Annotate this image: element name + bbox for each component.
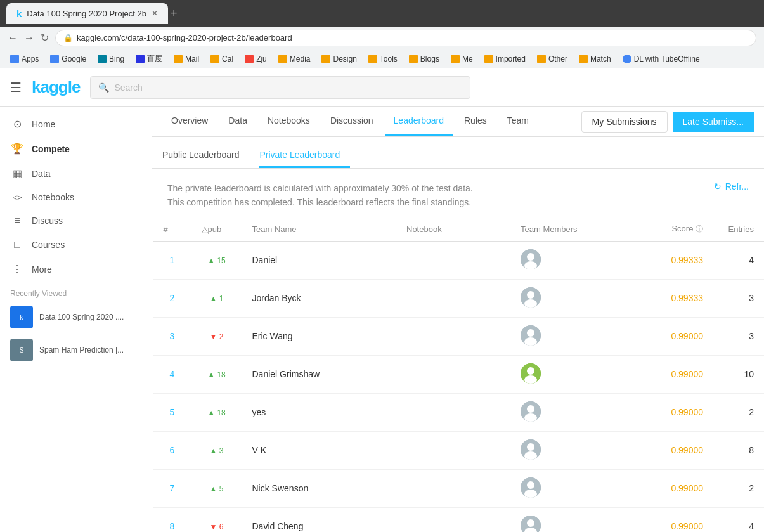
sidebar-item-courses[interactable]: □ Courses	[0, 233, 152, 257]
bookmark-cal[interactable]: Cal	[205, 53, 238, 65]
team-name-text[interactable]: Nick Swenson	[252, 483, 309, 493]
my-submissions-button[interactable]: My Submissions	[581, 111, 668, 133]
subtab-private[interactable]: Private Leaderboard	[259, 145, 350, 168]
new-tab-button[interactable]: +	[171, 7, 178, 20]
late-submission-button[interactable]: Late Submiss...	[673, 112, 754, 132]
team-name-text[interactable]: yes	[252, 407, 266, 417]
bookmark-design-label: Design	[333, 55, 356, 63]
bookmark-apps[interactable]: Apps	[5, 53, 44, 65]
cell-team-members	[510, 469, 637, 507]
avatar[interactable]	[521, 516, 541, 532]
rank-number: 1	[170, 255, 175, 265]
bookmark-baidu[interactable]: 百度	[131, 52, 167, 65]
subtab-public[interactable]: Public Leaderboard	[162, 145, 249, 168]
bookmark-tools[interactable]: Tools	[363, 53, 403, 65]
sidebar-item-courses-label: Courses	[32, 240, 65, 250]
refresh-button[interactable]: ↻ Refr...	[714, 181, 749, 191]
header-search[interactable]: 🔍 Search	[90, 76, 470, 99]
cell-entries: 8	[713, 431, 764, 469]
avatar[interactable]	[521, 325, 541, 346]
bookmark-blogs[interactable]: Blogs	[404, 53, 444, 65]
discuss-icon: ≡	[10, 215, 24, 226]
recently-viewed-item-0[interactable]: k Data 100 Spring 2020 ....	[0, 301, 152, 334]
bookmark-mail[interactable]: Mail	[169, 53, 204, 65]
cell-rank: 2	[153, 279, 191, 317]
sidebar-item-data-label: Data	[32, 169, 51, 179]
cell-score: 0.99000	[637, 393, 713, 431]
active-tab[interactable]: k Data 100 Spring 2020 Project 2b ✕	[6, 3, 168, 24]
sidebar-item-compete[interactable]: 🏆 Compete	[0, 136, 152, 161]
leaderboard-table: # △pub Team Name Notebook Team Members S…	[152, 217, 764, 532]
team-name-text[interactable]: Eric Wang	[252, 331, 293, 341]
cell-notebook	[396, 507, 510, 532]
svg-point-26	[527, 519, 534, 527]
back-button[interactable]: ←	[8, 32, 18, 44]
cell-team-members	[510, 507, 637, 532]
bookmark-dl[interactable]: DL with TubeOffline	[618, 53, 705, 65]
bookmark-apps-label: Apps	[22, 55, 39, 63]
search-icon: 🔍	[98, 82, 109, 93]
avatar[interactable]	[521, 439, 541, 460]
info-line-1: The private leaderboard is calculated wi…	[167, 181, 473, 195]
team-name-text[interactable]: V K	[252, 445, 267, 455]
tab-leaderboard[interactable]: Leaderboard	[385, 107, 453, 136]
bookmark-design[interactable]: Design	[316, 53, 361, 65]
cell-team-members	[510, 279, 637, 317]
avatar[interactable]	[521, 477, 541, 498]
sidebar-item-compete-label: Compete	[32, 144, 70, 154]
col-score: Score ⓘ	[637, 217, 713, 242]
avatar[interactable]	[521, 287, 541, 308]
app-layout: ⊙ Home 🏆 Compete ▦ Data <> Notebooks ≡ D…	[0, 107, 764, 532]
blogs-icon	[409, 55, 418, 63]
bookmark-bing[interactable]: Bing	[93, 53, 129, 65]
cell-delta: ▲ 15	[191, 241, 242, 279]
bookmark-match[interactable]: Match	[574, 53, 616, 65]
table-row: 3▼ 2Eric Wang0.990003	[153, 317, 765, 355]
reload-button[interactable]: ↻	[41, 32, 49, 44]
team-name-text[interactable]: Daniel Grimshaw	[252, 369, 320, 379]
bookmark-cal-label: Cal	[222, 55, 233, 63]
main-content: Overview Data Notebooks Discussion Leade…	[152, 107, 764, 532]
bookmark-imported[interactable]: Imported	[479, 53, 531, 65]
sidebar-item-more[interactable]: ⋮ More	[0, 257, 152, 282]
delta-up-icon: ▲ 5	[210, 484, 224, 493]
sidebar-item-data[interactable]: ▦ Data	[0, 161, 152, 186]
tab-discussion[interactable]: Discussion	[321, 107, 382, 136]
team-name-text[interactable]: Daniel	[252, 255, 278, 265]
sidebar-item-discuss[interactable]: ≡ Discuss	[0, 209, 152, 233]
bookmark-me[interactable]: Me	[446, 53, 478, 65]
bookmark-zju[interactable]: Zju	[240, 53, 272, 65]
tab-k-icon: k	[16, 8, 22, 19]
tab-data[interactable]: Data	[219, 107, 256, 136]
close-tab-icon[interactable]: ✕	[152, 9, 158, 18]
leaderboard-subtabs: Public Leaderboard Private Leaderboard	[152, 137, 764, 169]
forward-button[interactable]: →	[24, 32, 34, 44]
rv-thumb-1: S	[10, 339, 33, 361]
avatar[interactable]	[521, 363, 541, 384]
recently-viewed-item-1[interactable]: S Spam Ham Prediction |...	[0, 334, 152, 367]
sidebar-item-notebooks[interactable]: <> Notebooks	[0, 186, 152, 209]
bookmark-other[interactable]: Other	[532, 53, 573, 65]
refresh-icon: ↻	[714, 181, 722, 191]
nav-actions: My Submissions Late Submiss...	[581, 111, 754, 133]
avatar[interactable]	[521, 401, 541, 422]
cell-delta: ▲ 18	[191, 355, 242, 393]
tab-overview[interactable]: Overview	[162, 107, 217, 136]
team-name-text[interactable]: Jordan Byck	[252, 293, 301, 303]
bookmark-google[interactable]: Google	[45, 53, 91, 65]
bookmark-media[interactable]: Media	[273, 53, 316, 65]
col-rank: #	[153, 217, 191, 242]
cell-team-name: Jordan Byck	[242, 279, 397, 317]
match-icon	[579, 55, 588, 63]
team-name-text[interactable]: David Cheng	[252, 521, 304, 531]
kaggle-logo[interactable]: kaggle	[32, 77, 80, 97]
hamburger-menu[interactable]: ☰	[10, 80, 22, 95]
notebooks-icon: <>	[10, 193, 24, 202]
tab-team[interactable]: Team	[498, 107, 538, 136]
sidebar-item-home[interactable]: ⊙ Home	[0, 112, 152, 136]
avatar[interactable]	[521, 249, 541, 269]
address-box[interactable]: 🔒 kaggle.com/c/data-100-spring-2020-proj…	[55, 30, 756, 46]
tab-notebooks[interactable]: Notebooks	[259, 107, 319, 136]
cell-entries: 2	[713, 393, 764, 431]
tab-rules[interactable]: Rules	[455, 107, 496, 136]
